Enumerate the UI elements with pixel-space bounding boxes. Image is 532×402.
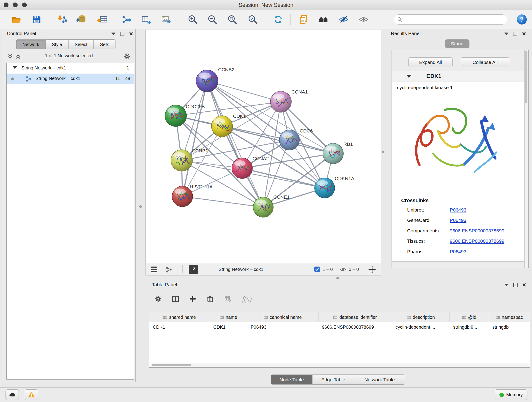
collapse-section-icon[interactable] [406,75,411,78]
import-network-from-database-button[interactable] [75,13,88,26]
open-external-button[interactable] [189,265,198,274]
column-header[interactable]: namespac [489,313,530,322]
open-session-button[interactable] [10,13,23,26]
network-node-cdc25b[interactable] [165,105,186,127]
panel-menu-icon[interactable] [505,284,509,286]
tab-edge-table[interactable]: Edge Table [312,375,354,385]
network-node-cdkn1a[interactable] [315,178,335,198]
show-graphics-details-button[interactable] [357,13,370,26]
export-image-button[interactable] [160,13,172,26]
crosslink-uniprot-link[interactable]: P06493 [450,207,466,213]
crosslink-pharos-link[interactable]: P06493 [450,249,466,254]
network-overview-button[interactable] [317,13,330,26]
string-share-icon[interactable] [165,266,172,273]
zoom-selected-button[interactable] [246,13,259,26]
results-scrollbar[interactable] [525,50,528,268]
memory-label: Memory [506,392,523,397]
expand-all-button[interactable]: Expand All [409,57,452,67]
save-session-button[interactable] [30,13,43,26]
tab-network[interactable]: Network [16,39,46,49]
refresh-button[interactable] [272,13,285,26]
node-label: HIST1H1A [190,184,213,189]
table-header-row: shared name name canonical name database… [149,313,530,322]
selected-checkbox[interactable] [314,267,320,272]
hide-graphics-details-button[interactable] [337,13,350,26]
results-tab-string[interactable]: String [445,39,469,48]
network-node-cdk1[interactable] [211,116,233,137]
zoom-in-button[interactable] [186,13,199,26]
hidden-eye-slash-icon[interactable] [340,266,346,273]
delete-table-button[interactable] [223,294,233,304]
create-column-button[interactable] [188,294,198,304]
tab-network-table[interactable]: Network Table [354,375,405,385]
memory-button[interactable]: Memory [495,389,527,400]
network-node-ccnb2[interactable] [196,70,218,92]
network-node-ccne1[interactable] [253,197,273,217]
function-builder-button[interactable]: f(x) [239,294,255,304]
column-header[interactable]: shared name [149,313,210,322]
zoom-fit-button[interactable] [226,13,239,26]
network-canvas[interactable]: CCNB2CCNA1CDC25BCDK1CDC6RB1CCNB1CCNA2CDK… [146,30,381,263]
tab-sets[interactable]: Sets [94,39,115,49]
splitter-handle[interactable] [336,277,339,279]
export-table-button[interactable] [140,13,152,26]
panel-menu-icon[interactable] [504,32,508,35]
horizontal-scrollbar[interactable] [150,363,530,367]
node-label: CCNB2 [218,67,234,72]
network-node-ccnb1[interactable] [171,150,192,171]
show-columns-button[interactable] [171,294,181,304]
close-panel-icon[interactable] [522,32,526,36]
float-panel-icon[interactable] [513,283,518,287]
close-panel-icon[interactable] [522,283,526,287]
network-node-rb1[interactable] [323,143,343,164]
import-network-from-file-button[interactable] [56,13,69,26]
search-input[interactable] [405,17,504,22]
network-row[interactable]: String Network – cdk1 11 48 [7,74,134,84]
table-row[interactable]: CDK1 CDK1 P06493 9606.ENSP00000378699 cy… [149,322,530,332]
splitter-handle[interactable] [139,205,142,208]
application-window: Session: New Session [0,0,532,402]
crosslink-compartments-link[interactable]: 9606.ENSP00000378699 [450,228,504,234]
column-header[interactable]: database identifier [318,313,392,322]
help-button[interactable]: ? [515,13,528,26]
tree-expander-icon[interactable] [13,66,17,69]
zoom-out-button[interactable] [206,13,219,26]
network-edge[interactable] [182,81,207,196]
table-settings-button[interactable] [153,294,163,304]
crosslink-tissues-link[interactable]: 9606.ENSP00000378699 [450,238,504,244]
network-collection-row[interactable]: String Network – cdk1 1 [7,63,134,74]
collapse-all-button[interactable]: Collapse All [461,57,509,67]
network-node-cdc6[interactable] [279,130,299,150]
tab-select[interactable]: Select [69,39,94,49]
crosslink-genecard-link[interactable]: P06493 [450,217,466,223]
network-view-toolbar: String Network – cdk1 1 – 0 0 – 0 [146,263,381,275]
toolbar-separator [182,265,183,274]
tab-style[interactable]: Style [46,39,68,49]
network-edge[interactable] [182,196,263,207]
column-header[interactable]: @id [450,313,489,322]
panel-menu-icon[interactable] [111,32,115,35]
protein-card-header[interactable]: CDK1 [392,71,525,82]
tab-node-table[interactable]: Node Table [271,375,312,385]
grid-view-icon[interactable] [151,266,158,273]
table-import-icon [97,14,108,25]
warnings-button[interactable] [25,389,38,400]
network-edge[interactable] [207,81,263,207]
network-node-ccna1[interactable] [270,91,291,112]
import-table-from-file-button[interactable] [96,13,109,26]
splitter-handle[interactable] [382,151,384,153]
column-header[interactable]: canonical name [247,313,318,322]
gear-icon[interactable] [123,53,130,60]
delete-column-button[interactable] [205,294,215,304]
float-panel-icon[interactable] [513,32,517,36]
column-header[interactable]: name [210,313,247,322]
float-panel-icon[interactable] [120,32,124,36]
close-panel-icon[interactable] [129,32,133,36]
cloud-status-button[interactable] [6,389,19,400]
fit-selected-crosshair-icon[interactable] [368,266,376,273]
eye-icon [358,14,369,25]
network-node-ccna2[interactable] [232,158,253,179]
column-header[interactable]: description [392,313,450,322]
export-network-button[interactable] [120,13,133,26]
duplicate-document-button[interactable] [297,13,310,26]
